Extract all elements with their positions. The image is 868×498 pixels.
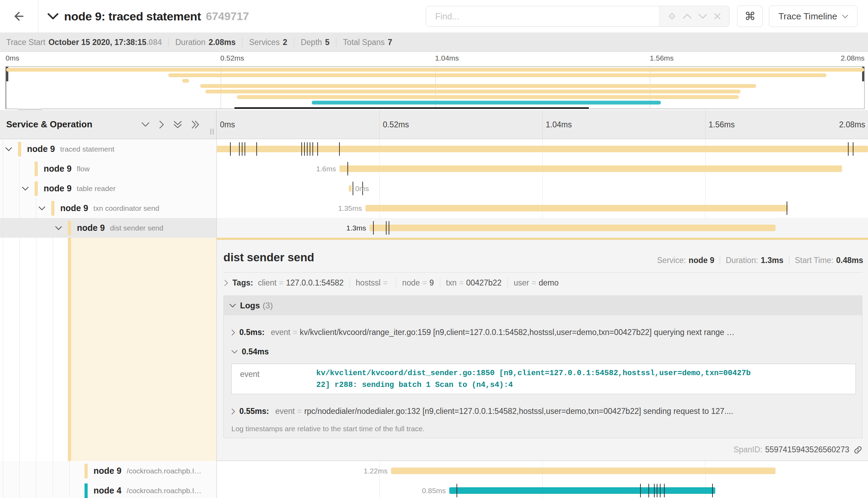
span-duration-label: 1.6ms: [316, 159, 336, 179]
indent-guide: [36, 461, 36, 481]
tags-label: Tags:: [232, 278, 253, 288]
locate-icon[interactable]: [667, 12, 676, 21]
span-operation: /cockroach.roachpb.I…: [127, 467, 205, 475]
expand-all-double-chevron-right-icon[interactable]: [191, 120, 200, 129]
log-entry[interactable]: 0.5ms: event = kv/kvclient/kvcoord/range…: [231, 328, 854, 337]
back-button[interactable]: [0, 0, 38, 33]
clear-find-close-icon[interactable]: [714, 12, 721, 20]
log-key: event: [232, 364, 316, 379]
view-selector-label: Trace Timeline: [778, 11, 837, 22]
start-time-label: Start Time:: [795, 256, 833, 265]
collapse-all-double-chevron-down-icon[interactable]: [174, 120, 182, 129]
span-timeline-cell[interactable]: 0.85ms: [216, 481, 868, 498]
span-id-row: SpanID: 5597415943526560273: [734, 445, 862, 454]
collapse-trace-chevron-down-icon[interactable]: [47, 13, 59, 20]
span-tree-cell[interactable]: node 9txn coordinator send: [0, 198, 216, 218]
span-row[interactable]: node 9traced statement: [0, 139, 868, 159]
expand-one-chevron-right-icon[interactable]: [159, 120, 164, 129]
log-entry-expanded-header[interactable]: 0.54ms: [231, 347, 269, 356]
span-operation: txn coordinator send: [94, 204, 163, 212]
collapse-one-chevron-down-icon[interactable]: [141, 122, 150, 127]
tag-equals: =: [279, 278, 283, 288]
find-input[interactable]: [426, 6, 659, 26]
span-event-tick: [230, 142, 231, 156]
divider: [720, 256, 720, 265]
indent-guide: [36, 238, 36, 461]
span-event-tick: [654, 484, 655, 497]
span-bar[interactable]: [349, 185, 352, 192]
log-time: 0.55ms:: [239, 407, 269, 416]
minimap-axis: 0ms 0.52ms 1.04ms 1.56ms 2.08ms: [6, 54, 865, 65]
indent-guide: [19, 159, 20, 179]
span-timeline-cell[interactable]: [216, 139, 868, 159]
services-label: Services: [249, 38, 280, 47]
divider: [440, 278, 440, 288]
view-selector-button[interactable]: Trace Timeline: [769, 6, 858, 27]
axis-tick-label: 2.08ms: [841, 54, 865, 62]
span-row[interactable]: node 9flow 1.6ms: [0, 159, 868, 179]
depth-value: 5: [325, 38, 330, 47]
span-event-tick: [304, 142, 305, 156]
minimap-span-bar: [237, 95, 739, 99]
span-timeline-cell[interactable]: 1.6ms: [216, 159, 868, 179]
timeline-header-left: Service & Operation: [0, 110, 216, 139]
span-bar[interactable]: [449, 487, 715, 494]
chevron-down-icon: [229, 304, 236, 308]
ruler-tick-label: 1.56ms: [709, 120, 735, 129]
span-row[interactable]: node 9txn coordinator send 1.35ms: [0, 198, 868, 218]
span-bar[interactable]: [391, 468, 776, 474]
span-tree-cell[interactable]: node 9table reader: [0, 179, 216, 198]
span-tree-cell[interactable]: node 9/cockroach.roachpb.I…: [0, 461, 216, 481]
span-bar[interactable]: [370, 225, 776, 231]
trace-id: 6749717: [206, 10, 249, 23]
minimap-scrubber-bar[interactable]: [234, 107, 589, 109]
indent-guide: [3, 461, 3, 481]
next-match-chevron-down-icon[interactable]: [698, 13, 707, 19]
prev-match-chevron-up-icon[interactable]: [683, 13, 692, 19]
tags-row[interactable]: Tags: client=127.0.0.1:54582hostssl=node…: [224, 278, 862, 288]
keyboard-shortcuts-button[interactable]: ⌘: [737, 6, 763, 27]
minimap-canvas[interactable]: [6, 66, 865, 109]
span-tree-cell[interactable]: node 9traced statement: [0, 139, 216, 159]
find-box: [426, 6, 729, 27]
span-tree-cell[interactable]: node 9dist sender send: [0, 218, 216, 238]
span-bar[interactable]: [365, 205, 788, 211]
column-resizer-grip[interactable]: [210, 129, 214, 135]
span-bar[interactable]: [339, 165, 842, 172]
span-timeline-cell[interactable]: 1.22ms: [216, 461, 868, 481]
logs-header[interactable]: Logs (3): [224, 296, 862, 315]
indent-guide: [3, 238, 3, 461]
span-event-tick: [787, 201, 787, 215]
column-divider[interactable]: [216, 139, 217, 498]
span-row[interactable]: node 9/cockroach.roachpb.I… 1.22ms: [0, 461, 868, 481]
divider: [349, 278, 350, 288]
chevron-right-icon: [231, 329, 235, 336]
span-tree-cell[interactable]: node 4/cockroach.roachpb.I…: [0, 481, 216, 498]
tag-value: 127.0.0.1:54582: [286, 278, 344, 288]
span-event-tick: [339, 142, 340, 156]
axis-tick-label: 1.56ms: [650, 54, 674, 62]
span-row-selected[interactable]: node 9dist sender send 1.3ms: [0, 218, 868, 238]
span-color-bar: [35, 162, 38, 176]
page-title: node 9: traced statement: [64, 10, 201, 23]
span-event-tick: [256, 142, 257, 156]
span-tree-cell[interactable]: node 9flow: [0, 159, 216, 179]
span-timeline-cell[interactable]: 0ms: [216, 179, 868, 198]
span-timeline-cell[interactable]: 1.35ms: [216, 198, 868, 218]
link-icon[interactable]: [853, 445, 862, 454]
span-timeline-cell[interactable]: 1.3ms: [216, 218, 868, 238]
ruler-tick-label: 0ms: [220, 120, 235, 129]
tag-key: txn: [446, 278, 457, 288]
span-bar[interactable]: [216, 146, 868, 152]
indent-guide: [3, 139, 3, 159]
chevron-right-icon: [231, 408, 235, 415]
span-operation: table reader: [77, 184, 119, 193]
span-event-tick: [307, 142, 308, 156]
duration-value: 2.08ms: [209, 38, 236, 47]
span-event-tick: [660, 484, 661, 497]
log-entry[interactable]: 0.55ms: event = rpc/nodedialer/nodediale…: [231, 407, 854, 416]
span-row[interactable]: node 9table reader 0ms: [0, 179, 868, 198]
minimap-span-bar: [6, 68, 864, 72]
span-row[interactable]: node 4/cockroach.roachpb.I… 0.85ms: [0, 481, 868, 498]
span-rows: node 9traced statement node 9flow 1.6ms …: [0, 139, 868, 498]
